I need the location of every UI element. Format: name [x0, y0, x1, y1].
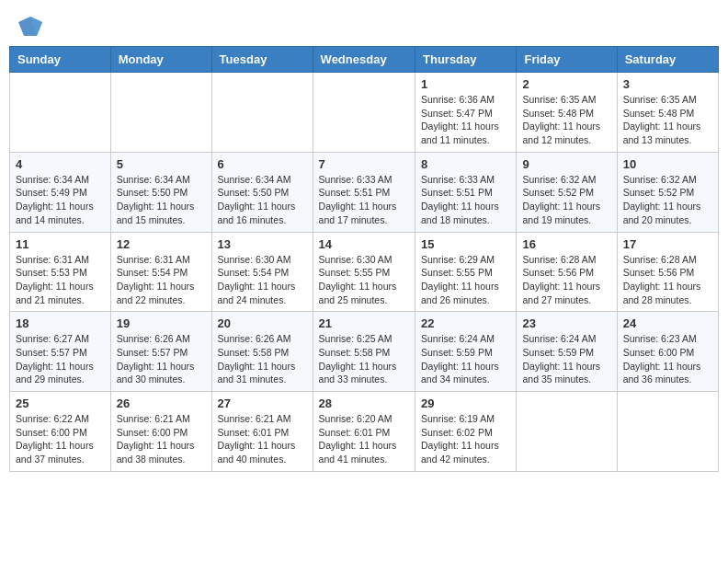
calendar-cell: 25Sunrise: 6:22 AM Sunset: 6:00 PM Dayli… — [10, 392, 111, 472]
calendar-cell: 24Sunrise: 6:23 AM Sunset: 6:00 PM Dayli… — [617, 312, 718, 392]
day-info: Sunrise: 6:19 AM Sunset: 6:02 PM Dayligh… — [421, 412, 510, 466]
day-header-friday: Friday — [517, 47, 617, 73]
calendar-cell — [617, 392, 718, 472]
calendar-cell: 2Sunrise: 6:35 AM Sunset: 5:48 PM Daylig… — [517, 73, 617, 153]
calendar-cell: 3Sunrise: 6:35 AM Sunset: 5:48 PM Daylig… — [617, 73, 718, 153]
calendar-cell: 10Sunrise: 6:32 AM Sunset: 5:52 PM Dayli… — [617, 152, 718, 232]
day-header-tuesday: Tuesday — [211, 47, 313, 73]
day-number: 16 — [522, 237, 610, 251]
calendar-cell — [313, 73, 415, 153]
calendar-cell: 5Sunrise: 6:34 AM Sunset: 5:50 PM Daylig… — [110, 152, 211, 232]
calendar-cell: 19Sunrise: 6:26 AM Sunset: 5:57 PM Dayli… — [110, 312, 211, 392]
calendar-header-row: SundayMondayTuesdayWednesdayThursdayFrid… — [10, 47, 719, 73]
day-info: Sunrise: 6:31 AM Sunset: 5:53 PM Dayligh… — [16, 253, 105, 307]
calendar-week-row: 1Sunrise: 6:36 AM Sunset: 5:47 PM Daylig… — [10, 73, 719, 153]
day-info: Sunrise: 6:23 AM Sunset: 6:00 PM Dayligh… — [623, 332, 712, 386]
day-info: Sunrise: 6:32 AM Sunset: 5:52 PM Dayligh… — [623, 173, 712, 227]
calendar-cell: 26Sunrise: 6:21 AM Sunset: 6:00 PM Dayli… — [110, 392, 211, 472]
calendar-cell: 4Sunrise: 6:34 AM Sunset: 5:49 PM Daylig… — [10, 152, 111, 232]
day-info: Sunrise: 6:34 AM Sunset: 5:50 PM Dayligh… — [117, 173, 206, 227]
calendar-table: SundayMondayTuesdayWednesdayThursdayFrid… — [9, 46, 719, 472]
day-number: 13 — [218, 237, 307, 251]
day-number: 9 — [522, 157, 610, 171]
day-info: Sunrise: 6:33 AM Sunset: 5:51 PM Dayligh… — [319, 173, 409, 227]
logo — [13, 13, 44, 40]
day-number: 19 — [117, 316, 206, 330]
day-info: Sunrise: 6:25 AM Sunset: 5:58 PM Dayligh… — [319, 332, 409, 386]
calendar-cell: 7Sunrise: 6:33 AM Sunset: 5:51 PM Daylig… — [313, 152, 415, 232]
calendar-cell: 18Sunrise: 6:27 AM Sunset: 5:57 PM Dayli… — [10, 312, 111, 392]
calendar-cell: 14Sunrise: 6:30 AM Sunset: 5:55 PM Dayli… — [313, 232, 415, 312]
day-number: 6 — [218, 157, 307, 171]
day-header-thursday: Thursday — [415, 47, 517, 73]
calendar-cell: 8Sunrise: 6:33 AM Sunset: 5:51 PM Daylig… — [415, 152, 517, 232]
day-info: Sunrise: 6:28 AM Sunset: 5:56 PM Dayligh… — [522, 253, 610, 307]
calendar-cell: 23Sunrise: 6:24 AM Sunset: 5:59 PM Dayli… — [517, 312, 617, 392]
calendar-cell: 6Sunrise: 6:34 AM Sunset: 5:50 PM Daylig… — [211, 152, 313, 232]
day-number: 1 — [421, 77, 510, 91]
calendar-cell: 11Sunrise: 6:31 AM Sunset: 5:53 PM Dayli… — [10, 232, 111, 312]
calendar-week-row: 11Sunrise: 6:31 AM Sunset: 5:53 PM Dayli… — [10, 232, 719, 312]
calendar-cell — [517, 392, 617, 472]
calendar-cell: 29Sunrise: 6:19 AM Sunset: 6:02 PM Dayli… — [415, 392, 517, 472]
calendar-cell: 12Sunrise: 6:31 AM Sunset: 5:54 PM Dayli… — [110, 232, 211, 312]
day-info: Sunrise: 6:30 AM Sunset: 5:55 PM Dayligh… — [319, 253, 409, 307]
day-info: Sunrise: 6:30 AM Sunset: 5:54 PM Dayligh… — [218, 253, 307, 307]
day-info: Sunrise: 6:28 AM Sunset: 5:56 PM Dayligh… — [623, 253, 712, 307]
day-number: 27 — [218, 396, 307, 410]
day-number: 17 — [623, 237, 712, 251]
day-info: Sunrise: 6:20 AM Sunset: 6:01 PM Dayligh… — [319, 412, 409, 466]
day-info: Sunrise: 6:36 AM Sunset: 5:47 PM Dayligh… — [421, 93, 510, 147]
calendar-week-row: 25Sunrise: 6:22 AM Sunset: 6:00 PM Dayli… — [10, 392, 719, 472]
day-info: Sunrise: 6:35 AM Sunset: 5:48 PM Dayligh… — [522, 93, 610, 147]
day-info: Sunrise: 6:22 AM Sunset: 6:00 PM Dayligh… — [16, 412, 105, 466]
day-number: 10 — [623, 157, 712, 171]
day-number: 12 — [117, 237, 206, 251]
calendar-cell — [211, 73, 313, 153]
day-header-monday: Monday — [110, 47, 211, 73]
day-info: Sunrise: 6:21 AM Sunset: 6:01 PM Dayligh… — [218, 412, 307, 466]
day-number: 14 — [319, 237, 409, 251]
calendar-cell: 17Sunrise: 6:28 AM Sunset: 5:56 PM Dayli… — [617, 232, 718, 312]
calendar-cell: 21Sunrise: 6:25 AM Sunset: 5:58 PM Dayli… — [313, 312, 415, 392]
day-info: Sunrise: 6:26 AM Sunset: 5:57 PM Dayligh… — [117, 332, 206, 386]
day-info: Sunrise: 6:31 AM Sunset: 5:54 PM Dayligh… — [117, 253, 206, 307]
day-number: 15 — [421, 237, 510, 251]
calendar-cell: 9Sunrise: 6:32 AM Sunset: 5:52 PM Daylig… — [517, 152, 617, 232]
logo-icon — [17, 13, 44, 40]
calendar-cell: 15Sunrise: 6:29 AM Sunset: 5:55 PM Dayli… — [415, 232, 517, 312]
day-info: Sunrise: 6:27 AM Sunset: 5:57 PM Dayligh… — [16, 332, 105, 386]
day-number: 4 — [16, 157, 105, 171]
day-number: 2 — [522, 77, 610, 91]
day-number: 21 — [319, 316, 409, 330]
day-info: Sunrise: 6:21 AM Sunset: 6:00 PM Dayligh… — [117, 412, 206, 466]
calendar-week-row: 4Sunrise: 6:34 AM Sunset: 5:49 PM Daylig… — [10, 152, 719, 232]
day-header-wednesday: Wednesday — [313, 47, 415, 73]
day-info: Sunrise: 6:29 AM Sunset: 5:55 PM Dayligh… — [421, 253, 510, 307]
day-number: 3 — [623, 77, 712, 91]
day-number: 7 — [319, 157, 409, 171]
calendar-week-row: 18Sunrise: 6:27 AM Sunset: 5:57 PM Dayli… — [10, 312, 719, 392]
calendar-cell — [10, 73, 111, 153]
day-number: 22 — [421, 316, 510, 330]
calendar-cell: 28Sunrise: 6:20 AM Sunset: 6:01 PM Dayli… — [313, 392, 415, 472]
calendar-cell — [110, 73, 211, 153]
day-info: Sunrise: 6:34 AM Sunset: 5:49 PM Dayligh… — [16, 173, 105, 227]
day-info: Sunrise: 6:33 AM Sunset: 5:51 PM Dayligh… — [421, 173, 510, 227]
calendar-cell: 22Sunrise: 6:24 AM Sunset: 5:59 PM Dayli… — [415, 312, 517, 392]
day-info: Sunrise: 6:34 AM Sunset: 5:50 PM Dayligh… — [218, 173, 307, 227]
day-number: 18 — [16, 316, 105, 330]
day-number: 8 — [421, 157, 510, 171]
day-number: 25 — [16, 396, 105, 410]
day-number: 24 — [623, 316, 712, 330]
page-header — [9, 9, 719, 40]
calendar-cell: 20Sunrise: 6:26 AM Sunset: 5:58 PM Dayli… — [211, 312, 313, 392]
day-number: 29 — [421, 396, 510, 410]
day-header-saturday: Saturday — [617, 47, 718, 73]
day-info: Sunrise: 6:32 AM Sunset: 5:52 PM Dayligh… — [522, 173, 610, 227]
day-info: Sunrise: 6:24 AM Sunset: 5:59 PM Dayligh… — [522, 332, 610, 386]
calendar-cell: 1Sunrise: 6:36 AM Sunset: 5:47 PM Daylig… — [415, 73, 517, 153]
day-number: 20 — [218, 316, 307, 330]
day-info: Sunrise: 6:26 AM Sunset: 5:58 PM Dayligh… — [218, 332, 307, 386]
calendar-cell: 13Sunrise: 6:30 AM Sunset: 5:54 PM Dayli… — [211, 232, 313, 312]
